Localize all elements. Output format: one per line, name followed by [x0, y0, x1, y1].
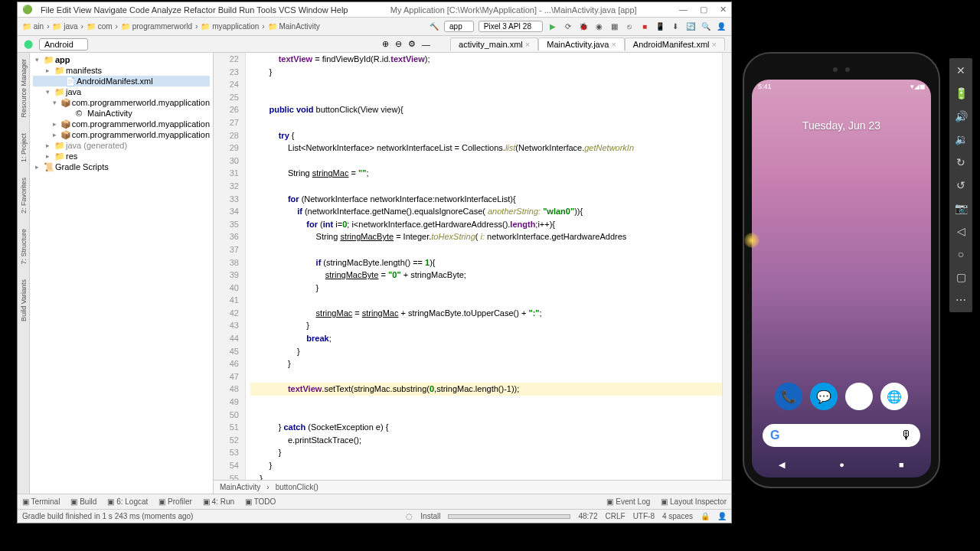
emu-tool-icon[interactable]: 🔊 [955, 110, 968, 122]
dock-app-icon[interactable]: 🌐 [880, 383, 908, 410]
structure-tab[interactable]: 7: Structure [20, 229, 28, 265]
man-icon[interactable]: 👤 [717, 512, 727, 520]
tree-row[interactable]: ▸ 📜 Gradle Scripts [33, 161, 210, 172]
emu-tool-icon[interactable]: ✕ [956, 64, 965, 77]
emu-tool-icon[interactable]: ▢ [956, 271, 966, 283]
tree-row[interactable]: 📄 AndroidManifest.xml [33, 76, 210, 86]
crumb[interactable]: 📁 java [52, 22, 77, 31]
build-icon[interactable]: 🔨 [429, 21, 439, 32]
sdk-icon[interactable]: ⬇ [670, 21, 681, 32]
dock-app-icon[interactable]: 💬 [810, 383, 838, 410]
search-icon[interactable]: 🔍 [701, 21, 711, 32]
dock-app-icon[interactable]: ▶ [845, 383, 873, 410]
tree-row[interactable]: ▸ 📁 manifests [33, 65, 210, 76]
crumb[interactable]: 📁 MainActivity [268, 22, 320, 31]
minimize-icon[interactable]: — [679, 5, 688, 15]
assistant-icon[interactable]: 🎙 [900, 429, 913, 442]
nav-home-icon[interactable]: ● [839, 460, 844, 470]
nav-back-icon[interactable]: ◀ [779, 460, 785, 470]
editor-tab[interactable]: MainActivity.java × [538, 37, 625, 51]
maximize-icon[interactable]: ▢ [700, 5, 707, 15]
editor-tab[interactable]: activity_main.xml × [450, 37, 538, 51]
bottom-tab[interactable]: ▣ Layout Inspector [661, 497, 727, 506]
menu-edit[interactable]: Edit [57, 5, 71, 15]
menu-build[interactable]: Build [218, 5, 237, 15]
bottom-tab[interactable]: ▣ 4: Run [203, 497, 234, 506]
tree-row[interactable]: ▸ 📁 java (generated) [33, 140, 210, 151]
editor-tab[interactable]: AndroidManifest.xml × [625, 37, 725, 51]
expand-icon[interactable]: ⊕ [382, 39, 389, 49]
emu-search-bar[interactable]: G 🎙 [763, 424, 920, 447]
favorites-tab[interactable]: 2: Favorites [20, 178, 28, 214]
crumb[interactable]: 📁 com [87, 22, 113, 31]
bottom-tab[interactable]: ▣ TODO [245, 497, 276, 506]
emu-tool-icon[interactable]: 🔋 [955, 87, 968, 99]
editor-breadcrumb: MainActivity › buttonClick() [214, 480, 731, 494]
menu-window[interactable]: Window [299, 5, 328, 15]
nav-recents-icon[interactable]: ■ [899, 460, 904, 470]
view-combo[interactable]: Android [39, 38, 88, 51]
build-variants-tab[interactable]: Build Variants [20, 279, 28, 321]
menu-help[interactable]: Help [331, 5, 348, 15]
menu-navigate[interactable]: Navigate [94, 5, 127, 15]
close-icon[interactable]: ✕ [720, 5, 727, 15]
collapse-icon[interactable]: ⊖ [395, 39, 402, 49]
emulator-screen[interactable]: 5:41 ▾◢◼ Tuesday, Jun 23 📞💬▶🌐 G 🎙 ◀ ● ■ [752, 80, 931, 478]
bottom-tab[interactable]: ▣ Terminal [22, 497, 60, 506]
bottom-tab[interactable]: ▣ Profiler [158, 497, 191, 506]
resource-manager-tab[interactable]: Resource Manager [20, 59, 28, 118]
code-editor[interactable]: 2223242526272829303132333435363738394041… [214, 53, 731, 480]
lock-icon[interactable]: 🔒 [701, 512, 710, 520]
tree-row[interactable]: ▾ 📁 app [33, 54, 210, 65]
bottom-tab[interactable]: ▣ Build [70, 497, 96, 506]
menu-view[interactable]: View [74, 5, 92, 15]
module-combo[interactable]: app [444, 21, 474, 32]
settings-gear-icon[interactable]: ⚙ [408, 39, 416, 49]
stop-icon[interactable]: ■ [639, 21, 650, 32]
run-icon[interactable]: ▶ [547, 21, 558, 32]
menu-code[interactable]: Code [129, 5, 149, 15]
menu-run[interactable]: Run [239, 5, 254, 15]
device-combo[interactable]: Pixel 3 API 28 [479, 21, 543, 32]
emu-tool-icon[interactable]: 🔉 [955, 133, 968, 145]
apply-changes-icon[interactable]: ⟳ [563, 21, 573, 32]
close-tab-icon[interactable]: × [611, 40, 616, 49]
tree-row[interactable]: ▸ 📁 res [33, 151, 210, 161]
hide-icon[interactable]: — [422, 40, 430, 49]
attach-icon[interactable]: ⎋ [624, 21, 635, 32]
dock-app-icon[interactable]: 📞 [775, 383, 802, 410]
profile-icon[interactable]: ◉ [593, 21, 604, 32]
tree-row[interactable]: © MainActivity [33, 108, 210, 119]
emu-tool-icon[interactable]: ↻ [956, 156, 965, 168]
tree-node-icon: 📜 [44, 162, 53, 171]
emu-tool-icon[interactable]: ◁ [957, 225, 965, 237]
emu-tool-icon[interactable]: ⋯ [956, 294, 966, 306]
menu-refactor[interactable]: Refactor [184, 5, 216, 15]
close-tab-icon[interactable]: × [712, 40, 717, 49]
user-icon[interactable]: 👤 [716, 21, 727, 32]
emu-tool-icon[interactable]: ↺ [956, 179, 965, 191]
close-tab-icon[interactable]: × [525, 40, 530, 49]
sync-icon[interactable]: 🔄 [685, 21, 696, 32]
tree-row[interactable]: ▾ 📦 com.programmerworld.myapplication [33, 97, 210, 108]
crumb[interactable]: 📁 ain [22, 22, 44, 31]
project-tree[interactable]: ▾ 📁 app ▸ 📁 manifests 📄 AndroidManifest.… [30, 53, 214, 494]
bottom-tab[interactable]: ▣ Event Log [606, 497, 650, 506]
caret-pos: 48:72 [578, 512, 597, 520]
debug-icon[interactable]: 🐞 [578, 21, 589, 32]
project-tab[interactable]: 1: Project [20, 133, 28, 162]
tree-row[interactable]: ▸ 📦 com.programmerworld.myapplication [33, 129, 210, 140]
menu-vcs[interactable]: VCS [279, 5, 296, 15]
emu-tool-icon[interactable]: 📷 [955, 202, 968, 214]
bottom-tab[interactable]: ▣ 6: Logcat [107, 497, 148, 506]
menu-file[interactable]: File [41, 5, 54, 15]
avd-icon[interactable]: 📱 [655, 21, 665, 32]
tree-row[interactable]: ▾ 📁 java [33, 86, 210, 97]
emu-tool-icon[interactable]: ○ [958, 248, 964, 260]
crumb[interactable]: 📁 programmerworld [121, 22, 192, 31]
menu-analyze[interactable]: Analyze [152, 5, 181, 15]
tree-row[interactable]: ▸ 📦 com.programmerworld.myapplication [33, 119, 210, 129]
menu-tools[interactable]: Tools [256, 5, 276, 15]
coverage-icon[interactable]: ▦ [609, 21, 619, 32]
crumb[interactable]: 📁 myapplication [201, 22, 259, 31]
